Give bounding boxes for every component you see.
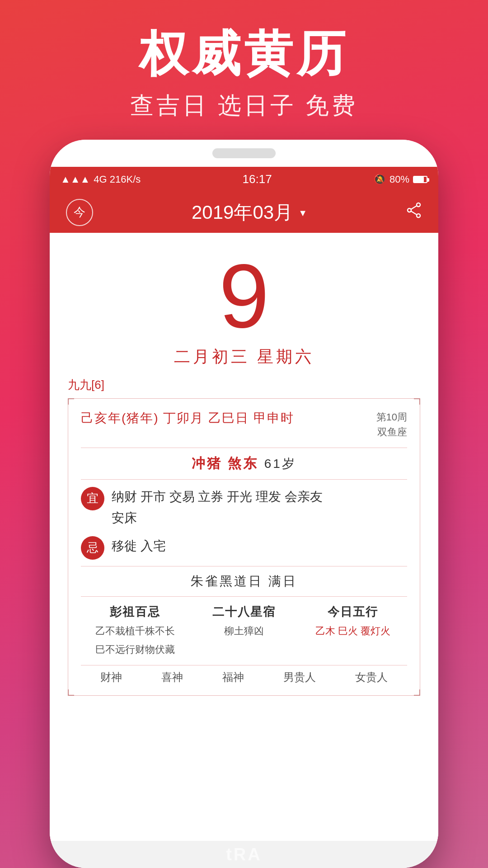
detail-card-wrap: 己亥年(猪年) 丁卯月 乙巳日 甲申时 第10周 双鱼座 冲猪 煞东 61岁: [68, 398, 420, 696]
speaker: [212, 148, 276, 158]
chong-text: 冲猪 煞东: [192, 456, 258, 471]
today-button[interactable]: 今: [66, 199, 93, 226]
battery-text: 80%: [389, 174, 409, 185]
pengzu-line1: 乙不栽植千株不长: [95, 623, 175, 638]
five-col-caisheng: 财神: [100, 670, 122, 684]
big-day-number: 9: [219, 251, 269, 341]
yi-row: 宜 纳财 开市 交易 立券 开光 理发 会亲友 安床: [81, 486, 407, 529]
today-label: 今: [74, 204, 85, 220]
xisheng-label: 喜神: [161, 671, 183, 683]
three-cols: 彭祖百忌 乙不栽植千株不长 巳不远行财物伏藏 二十八星宿 柳土獐凶 今日五行 乙…: [81, 604, 407, 657]
status-left: ▲▲▲ 4G 216K/s: [61, 174, 141, 185]
card-corner-tr: [414, 398, 420, 405]
lunar-date-text: 二月初三 星期六: [174, 346, 314, 368]
five-cols: 财神 喜神 福神 男贵人 女贵人: [81, 665, 407, 684]
five-col-xisheng: 喜神: [161, 670, 183, 684]
signal-text: 4G 216K/s: [94, 174, 141, 185]
svg-point-1: [408, 208, 411, 212]
pengzu-col: 彭祖百忌 乙不栽植千株不长 巳不远行财物伏藏: [81, 604, 190, 657]
wuxing-desc: 乙木 巳火 覆灯火: [315, 623, 390, 638]
pengzu-title: 彭祖百忌: [110, 604, 160, 620]
promo-area: 权威黄历 查吉日 选日子 免费: [0, 0, 488, 140]
zodiac-text: 双鱼座: [376, 425, 407, 439]
chong-row: 冲猪 煞东 61岁: [81, 454, 407, 473]
bottom-bar: tRA: [50, 841, 438, 868]
nanguiren-label: 男贵人: [283, 671, 316, 683]
share-button[interactable]: [406, 202, 422, 222]
nvguiren-label: 女贵人: [355, 671, 388, 683]
battery-icon: [413, 176, 427, 183]
detail-card: 己亥年(猪年) 丁卯月 乙巳日 甲申时 第10周 双鱼座 冲猪 煞东 61岁: [68, 398, 420, 696]
five-col-fusheng: 福神: [222, 670, 244, 684]
dropdown-arrow-icon: ▼: [298, 208, 307, 218]
month-title: 2019年03月: [192, 200, 293, 225]
wuxing-title: 今日五行: [328, 604, 378, 620]
card-corner-bl: [68, 689, 74, 696]
caisheng-label: 财神: [100, 671, 122, 683]
week-zodiac: 第10周 双鱼座: [376, 410, 407, 439]
five-col-nvguiren: 女贵人: [355, 670, 388, 684]
phone-mockup: ▲▲▲ 4G 216K/s 16:17 🔕 80% 今 2019年03月 ▼: [50, 140, 438, 868]
svg-point-2: [417, 214, 420, 217]
card-corner-br: [414, 689, 420, 696]
status-right: 🔕 80%: [374, 174, 427, 185]
wuxing-col: 今日五行 乙木 巳火 覆灯火: [298, 604, 407, 657]
ji-content: 移徙 入宅: [112, 535, 407, 557]
divider-2: [81, 479, 407, 480]
fusheng-label: 福神: [222, 671, 244, 683]
svg-line-4: [411, 211, 417, 215]
divider-1: [81, 448, 407, 448]
divider-4: [81, 596, 407, 597]
five-col-nanguiren: 男贵人: [283, 670, 316, 684]
ji-badge: 忌: [81, 536, 104, 560]
black-day-text: 朱雀黑道日 满日: [81, 573, 407, 590]
chong-age: 61岁: [264, 457, 296, 471]
xingsu-col: 二十八星宿 柳土獐凶: [190, 604, 299, 657]
yi-content: 纳财 开市 交易 立券 开光 理发 会亲友 安床: [112, 486, 407, 529]
promo-subtitle: 查吉日 选日子 免费: [130, 90, 358, 122]
main-content: 9 二月初三 星期六 九九[6] 己亥年(猪年) 丁卯月 乙巳日 甲申时: [50, 233, 438, 868]
status-bar: ▲▲▲ 4G 216K/s 16:17 🔕 80%: [50, 167, 438, 192]
month-selector[interactable]: 2019年03月 ▼: [192, 200, 307, 225]
ji-row: 忌 移徙 入宅: [81, 535, 407, 560]
svg-point-0: [417, 203, 420, 207]
tra-text: tRA: [226, 845, 262, 864]
ganzhi-row: 己亥年(猪年) 丁卯月 乙巳日 甲申时 第10周 双鱼座: [81, 410, 407, 439]
bell-icon: 🔕: [374, 174, 386, 185]
phone-top: [50, 140, 438, 167]
pengzu-line2: 巳不远行财物伏藏: [95, 642, 175, 657]
status-time: 16:17: [243, 172, 272, 186]
signal-icon: ▲▲▲: [61, 174, 90, 185]
nine-nine-label: 九九[6]: [68, 377, 420, 393]
yi-badge: 宜: [81, 487, 104, 510]
app-header: 今 2019年03月 ▼: [50, 192, 438, 233]
date-display: 9 二月初三 星期六: [50, 233, 438, 377]
card-corner-tl: [68, 398, 74, 405]
promo-title: 权威黄历: [139, 27, 349, 81]
detail-area: 九九[6] 己亥年(猪年) 丁卯月 乙巳日 甲申时 第10周 双鱼座: [50, 377, 438, 868]
xingsu-desc: 柳土獐凶: [224, 623, 264, 638]
divider-3: [81, 566, 407, 566]
week-text: 第10周: [376, 410, 407, 425]
ganzhi-text: 己亥年(猪年) 丁卯月 乙巳日 甲申时: [81, 410, 294, 427]
svg-line-3: [411, 206, 417, 209]
xingsu-title: 二十八星宿: [212, 604, 276, 620]
